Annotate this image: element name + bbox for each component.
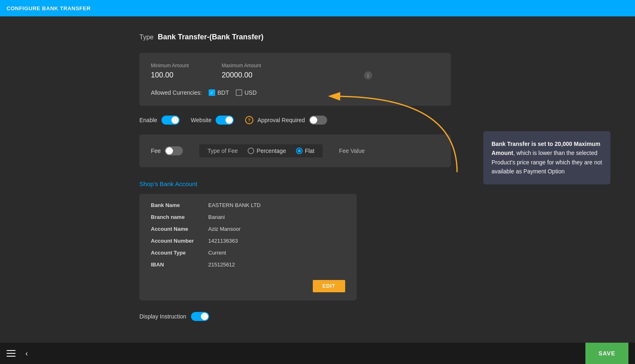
enable-label: Enable [139, 117, 157, 123]
display-instruction-label: Display Instruction [139, 313, 186, 320]
account-type-val: Current [208, 250, 226, 256]
website-toggle-item: Website [191, 116, 234, 125]
annotation-box: Bank Transfer is set to 20,000 Maximum A… [483, 131, 610, 184]
amount-row: Minimum Amount 100.00 Maximum Amount 200… [151, 63, 439, 80]
bdt-checkbox[interactable] [209, 89, 215, 96]
fee-value-label: Fee Value [339, 148, 365, 154]
usd-label: USD [245, 89, 257, 96]
min-amount-field: Minimum Amount 100.00 [151, 63, 189, 80]
website-toggle[interactable] [216, 116, 234, 125]
annotation-text: Bank Transfer is set to 20,000 Maximum A… [492, 141, 602, 175]
currency-usd[interactable]: USD [236, 89, 257, 96]
min-amount-value: 100.00 [151, 71, 189, 80]
max-amount-field: Maximum Amount 20000.00 i [222, 63, 266, 80]
max-amount-wrapper: 20000.00 i [222, 71, 266, 80]
bank-card: Bank Name EASTERN BANK LTD Branch name B… [139, 194, 357, 300]
approval-toggle-item: ? Approval Required [245, 116, 327, 125]
branch-val: Banani [208, 214, 225, 220]
currencies-row: Allowed Currencies: BDT USD [151, 89, 439, 96]
iban-val: 215125612 [208, 262, 235, 268]
account-name-key: Account Name [151, 226, 208, 232]
website-label: Website [191, 117, 212, 123]
bottom-bar: ‹ SAVE [0, 343, 635, 364]
bdt-label: BDT [218, 89, 229, 96]
bank-name-row: Bank Name EASTERN BANK LTD [151, 202, 345, 208]
percentage-radio-item[interactable]: Percentage [248, 148, 286, 154]
fee-toggle[interactable] [165, 146, 183, 155]
bottom-left: ‹ [7, 349, 28, 358]
toggle-row: Enable Website ? Approval Required [139, 116, 635, 125]
fee-label: Fee [151, 148, 161, 154]
help-icon[interactable]: ? [245, 116, 253, 124]
account-number-row: Account Number 1421136363 [151, 238, 345, 244]
max-amount-value: 20000.00 [222, 71, 253, 80]
hamburger-icon[interactable] [7, 350, 16, 357]
amount-currencies-card: Minimum Amount 100.00 Maximum Amount 200… [139, 53, 451, 106]
fee-type-label: Type of Fee [207, 148, 238, 154]
branch-key: Branch name [151, 214, 208, 220]
type-value: Bank Transfer-(Bank Transfer) [158, 33, 264, 41]
bank-name-val: EASTERN BANK LTD [208, 202, 261, 208]
flat-radio[interactable] [296, 148, 303, 154]
approval-label: Approval Required [257, 117, 305, 123]
iban-key: IBAN [151, 262, 208, 268]
type-label: Type [139, 34, 154, 41]
approval-toggle[interactable] [309, 116, 327, 125]
percentage-label: Percentage [257, 148, 286, 154]
currency-bdt[interactable]: BDT [209, 89, 229, 96]
fee-type-group: Type of Fee Percentage Flat [199, 144, 323, 157]
display-instruction-row: Display Instruction [139, 312, 635, 321]
page-title: CONFIGURE BANK TRANSFER [7, 5, 91, 11]
percentage-radio[interactable] [248, 148, 254, 154]
branch-row: Branch name Banani [151, 214, 345, 220]
top-bar: CONFIGURE BANK TRANSFER [0, 0, 635, 16]
account-type-key: Account Type [151, 250, 208, 256]
account-number-key: Account Number [151, 238, 208, 244]
max-amount-label: Maximum Amount [222, 63, 266, 68]
bank-name-key: Bank Name [151, 202, 208, 208]
info-icon[interactable]: i [364, 71, 372, 80]
min-amount-label: Minimum Amount [151, 63, 189, 68]
shop-section: Shop's Bank Account Bank Name EASTERN BA… [139, 180, 635, 300]
flat-radio-item[interactable]: Flat [296, 148, 314, 154]
enable-toggle[interactable] [162, 116, 180, 125]
back-arrow-icon[interactable]: ‹ [25, 349, 28, 358]
display-instruction-toggle[interactable] [191, 312, 209, 321]
fee-toggle-item: Fee [151, 146, 183, 155]
usd-checkbox[interactable] [236, 89, 242, 96]
edit-button[interactable]: EDIT [313, 280, 345, 292]
account-name-val: Aziz Mansoor [208, 226, 241, 232]
currencies-label: Allowed Currencies: [151, 89, 202, 96]
save-button[interactable]: SAVE [585, 343, 628, 364]
account-name-row: Account Name Aziz Mansoor [151, 226, 345, 232]
iban-row: IBAN 215125612 [151, 262, 345, 268]
type-header: Type Bank Transfer-(Bank Transfer) [139, 33, 635, 41]
flat-label: Flat [305, 148, 314, 154]
account-type-row: Account Type Current [151, 250, 345, 256]
fee-card: Fee Type of Fee Percentage Flat Fee Valu… [139, 134, 451, 167]
enable-toggle-item: Enable [139, 116, 180, 125]
account-number-val: 1421136363 [208, 238, 238, 244]
